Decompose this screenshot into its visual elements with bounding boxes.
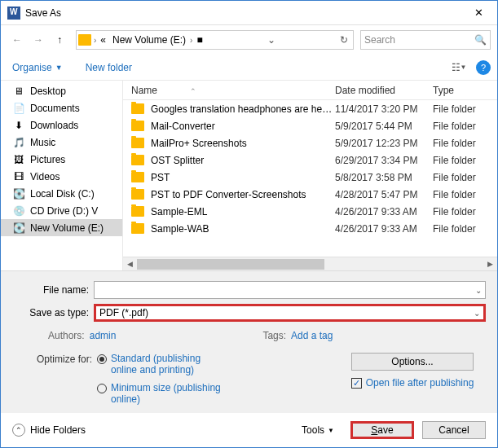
folder-icon bbox=[131, 223, 144, 234]
file-name: PST to PDF Converter-Screenshots bbox=[151, 189, 335, 200]
titlebar: Save As ✕ bbox=[1, 1, 497, 25]
tree-node[interactable]: 🎵Music bbox=[1, 134, 122, 151]
hide-folders-button[interactable]: ⌃ Hide Folders bbox=[12, 424, 86, 437]
file-row[interactable]: Sample-WAB4/26/2017 9:33 AMFile folder bbox=[123, 220, 497, 237]
file-row[interactable]: Mail-Converter5/9/2017 5:44 PMFile folde… bbox=[123, 117, 497, 134]
optimize-label: Optimize for: bbox=[37, 353, 92, 405]
node-label: Downloads bbox=[30, 120, 78, 131]
node-label: Pictures bbox=[30, 154, 65, 165]
options-button[interactable]: Options... bbox=[351, 353, 474, 371]
file-type: File folder bbox=[433, 189, 476, 200]
folder-icon bbox=[131, 103, 144, 114]
col-date[interactable]: Date modified bbox=[335, 85, 433, 96]
authors-label: Authors: bbox=[48, 330, 85, 341]
tags-value[interactable]: Add a tag bbox=[291, 330, 333, 341]
help-button[interactable]: ? bbox=[476, 60, 491, 75]
toolbar: Organise▼ New folder ☷ ▼ ? bbox=[1, 55, 497, 81]
folder-icon bbox=[131, 206, 144, 217]
folder-icon bbox=[131, 172, 144, 182]
column-headers: Name⌃ Date modified Type bbox=[123, 81, 497, 100]
tree-node[interactable]: 💽New Volume (E:) bbox=[1, 219, 122, 236]
chevron-down-icon[interactable]: ⌄ bbox=[474, 309, 480, 318]
address-bar[interactable]: › « New Volume (E:) › ■ ⌄ ↻ bbox=[76, 30, 354, 50]
radio-standard[interactable]: Standard (publishing online and printing… bbox=[97, 353, 225, 376]
file-date: 6/29/2017 3:34 PM bbox=[335, 155, 433, 166]
node-label: Music bbox=[30, 137, 55, 148]
filename-input[interactable]: ⌄ bbox=[94, 281, 486, 299]
scroll-thumb[interactable] bbox=[137, 259, 324, 270]
radio-icon bbox=[97, 384, 107, 393]
saveastype-select[interactable]: PDF (*.pdf) ⌄ bbox=[94, 304, 486, 322]
refresh-icon[interactable]: ↻ bbox=[337, 34, 351, 46]
organise-button[interactable]: Organise▼ bbox=[7, 59, 68, 77]
file-row[interactable]: PST5/8/2017 3:58 PMFile folder bbox=[123, 169, 497, 186]
node-icon: 💽 bbox=[12, 222, 25, 234]
openafter-checkbox[interactable]: ✓ Open file after publishing bbox=[351, 377, 474, 389]
tree-node[interactable]: 🖥Desktop bbox=[1, 82, 122, 99]
tree-node[interactable]: 📄Documents bbox=[1, 99, 122, 116]
col-type[interactable]: Type bbox=[433, 85, 497, 96]
scroll-right-icon[interactable]: ▶ bbox=[483, 257, 497, 270]
file-date: 4/26/2017 9:33 AM bbox=[335, 206, 433, 217]
search-icon: 🔍 bbox=[474, 34, 487, 46]
checkbox-icon: ✓ bbox=[351, 378, 362, 389]
file-row[interactable]: Sample-EML4/26/2017 9:33 AMFile folder bbox=[123, 203, 497, 220]
radio-minimum[interactable]: Minimum size (publishing online) bbox=[97, 382, 225, 405]
file-list: Name⌃ Date modified Type Googles transla… bbox=[123, 81, 497, 270]
authors-value[interactable]: admin bbox=[90, 330, 117, 341]
footer: ⌃ Hide Folders Tools▼ Save Cancel bbox=[1, 413, 497, 447]
filename-label: File name: bbox=[12, 284, 94, 296]
save-button[interactable]: Save bbox=[350, 421, 414, 439]
file-date: 11/4/2017 3:20 PM bbox=[335, 103, 433, 115]
file-date: 5/9/2017 5:44 PM bbox=[335, 121, 433, 132]
tools-button[interactable]: Tools▼ bbox=[302, 424, 334, 436]
tree-node[interactable]: 💿CD Drive (D:) V bbox=[1, 202, 122, 219]
breadcrumb-root[interactable]: « bbox=[97, 31, 109, 49]
tree-node[interactable]: ⬇Downloads bbox=[1, 116, 122, 134]
file-row[interactable]: Googles translation headphones are here.… bbox=[123, 100, 497, 117]
breadcrumb-folder[interactable]: New Volume (E:) bbox=[109, 31, 189, 49]
file-type: File folder bbox=[433, 206, 476, 217]
folder-icon bbox=[131, 189, 144, 200]
folder-icon bbox=[131, 138, 144, 148]
file-type: File folder bbox=[433, 138, 476, 149]
new-folder-button[interactable]: New folder bbox=[79, 59, 139, 77]
chevron-down-icon[interactable]: ⌄ bbox=[475, 286, 482, 295]
node-icon: 📄 bbox=[12, 103, 25, 114]
tree-node[interactable]: 🖼Pictures bbox=[1, 151, 122, 168]
breadcrumb-sub[interactable]: ■ bbox=[193, 31, 205, 49]
file-type: File folder bbox=[433, 223, 476, 235]
horizontal-scrollbar[interactable]: ◀ ▶ bbox=[123, 257, 497, 270]
word-icon bbox=[7, 7, 20, 20]
chevron-icon: › bbox=[190, 36, 192, 45]
file-name: Sample-WAB bbox=[151, 223, 335, 235]
file-row[interactable]: OST Splitter6/29/2017 3:34 PMFile folder bbox=[123, 152, 497, 169]
node-label: Desktop bbox=[30, 86, 66, 97]
up-button[interactable]: ↑ bbox=[50, 30, 69, 50]
saveastype-label: Save as type: bbox=[12, 307, 94, 318]
tree-node[interactable]: 💽Local Disk (C:) bbox=[1, 185, 122, 202]
node-icon: 🖥 bbox=[12, 86, 25, 97]
file-date: 4/28/2017 5:47 PM bbox=[335, 189, 433, 200]
window-title: Save As bbox=[25, 7, 461, 19]
folder-tree: 🖥Desktop📄Documents⬇Downloads🎵Music🖼Pictu… bbox=[1, 81, 123, 270]
file-type: File folder bbox=[433, 155, 476, 166]
node-label: Documents bbox=[30, 103, 80, 114]
file-name: Sample-EML bbox=[151, 206, 335, 217]
col-name[interactable]: Name⌃ bbox=[131, 85, 335, 96]
cancel-button[interactable]: Cancel bbox=[422, 421, 486, 439]
node-icon: 🎞 bbox=[12, 171, 25, 182]
scroll-left-icon[interactable]: ◀ bbox=[123, 257, 137, 270]
forward-button[interactable]: → bbox=[29, 30, 48, 50]
file-row[interactable]: PST to PDF Converter-Screenshots4/28/201… bbox=[123, 186, 497, 203]
file-name: MailPro+ Screenshots bbox=[151, 138, 335, 149]
back-button[interactable]: ← bbox=[7, 30, 27, 50]
view-button[interactable]: ☷ ▼ bbox=[448, 59, 469, 77]
file-row[interactable]: MailPro+ Screenshots5/9/2017 12:23 PMFil… bbox=[123, 134, 497, 152]
tree-node[interactable]: 🎞Videos bbox=[1, 168, 122, 185]
file-type: File folder bbox=[433, 103, 476, 115]
collapse-icon: ⌃ bbox=[12, 424, 25, 437]
search-input[interactable]: Search 🔍 bbox=[360, 30, 491, 50]
close-button[interactable]: ✕ bbox=[461, 1, 497, 25]
dropdown-icon[interactable]: ⌄ bbox=[264, 34, 279, 46]
